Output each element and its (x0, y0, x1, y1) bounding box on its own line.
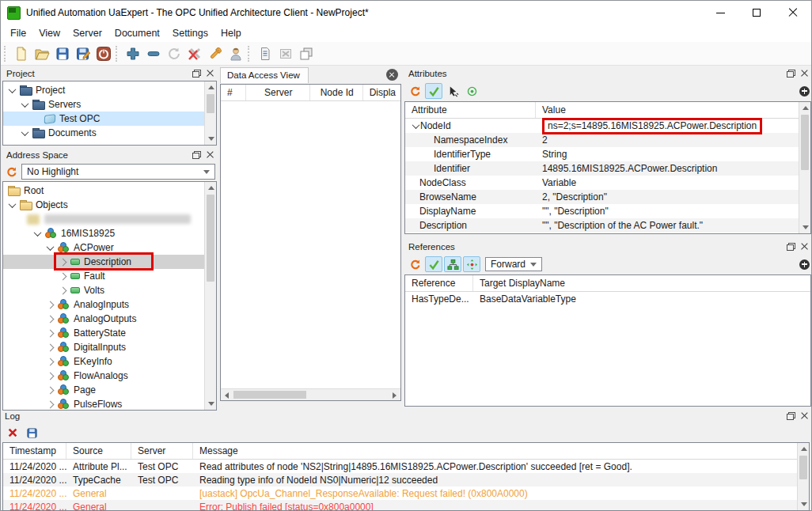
close-button[interactable] (775, 1, 811, 25)
tree-item-16mis18925[interactable]: 16MIS18925 (3, 226, 216, 240)
chevron-right-icon[interactable] (47, 329, 55, 337)
chevron-right-icon[interactable] (47, 358, 55, 365)
tree-item-description[interactable]: Description (3, 255, 216, 269)
float-panel-icon[interactable] (192, 70, 201, 78)
reference-row[interactable]: HasTypeDe... BaseDataVariableType (405, 292, 810, 306)
dav-horizontal-scrollbar[interactable] (221, 388, 400, 400)
project-tree-scrollbar[interactable] (204, 81, 216, 145)
close-panel-icon[interactable] (207, 151, 214, 158)
open-project-button[interactable] (32, 44, 52, 64)
close-tab-icon[interactable] (386, 69, 398, 81)
attr-row-nodeid[interactable]: NodeId ns=2;s=14895.16MIS18925.ACPower.D… (405, 119, 810, 133)
float-panel-icon[interactable] (787, 70, 795, 78)
change-user-button[interactable] (226, 44, 246, 64)
tree-item-ekeyinfo[interactable]: EKeyInfo (3, 354, 216, 369)
scroll-down-arrow[interactable] (799, 221, 811, 233)
chevron-down-icon[interactable] (47, 243, 55, 251)
chevron-right-icon[interactable] (47, 343, 55, 351)
chevron-right-icon[interactable] (47, 386, 55, 394)
float-panel-icon[interactable] (787, 243, 795, 251)
float-panel-icon[interactable] (787, 412, 795, 420)
col-timestamp[interactable]: Timestamp (3, 443, 66, 459)
close-panel-icon[interactable] (801, 412, 808, 419)
remove-all-button[interactable] (184, 44, 205, 64)
scroll-up-arrow[interactable] (798, 443, 810, 455)
scroll-up-arrow[interactable] (205, 182, 217, 194)
log-row-warning[interactable]: 11/24/2020 ... General [uastack] OpcUa_C… (3, 486, 809, 500)
scroll-down-arrow[interactable] (205, 133, 217, 145)
new-document-button[interactable] (11, 44, 32, 64)
attr-row-nodeclass[interactable]: NodeClass Variable (405, 176, 810, 190)
address-tree-scrollbar[interactable] (204, 182, 216, 410)
log-row[interactable]: 11/24/2020 ... TypeCache Test OPC Readin… (3, 473, 809, 486)
tree-item-fault[interactable]: Fault (3, 269, 216, 283)
tree-item-analogoutputs[interactable]: AnalogOutputs (3, 312, 216, 326)
close-panel-icon[interactable] (801, 70, 808, 77)
tree-item-flowanalogs[interactable]: FlowAnalogs (3, 369, 216, 383)
tree-item-objects[interactable]: Objects (3, 198, 216, 212)
col-source[interactable]: Source (66, 443, 131, 459)
scroll-up-arrow[interactable] (205, 81, 217, 93)
refresh-button[interactable] (406, 83, 423, 99)
chevron-right-icon[interactable] (59, 286, 67, 294)
col-attribute[interactable]: Attribute (405, 102, 536, 118)
refresh-button[interactable] (2, 164, 20, 180)
log-row[interactable]: 11/24/2020 ... Attribute Pl... Test OPC … (3, 460, 809, 473)
tree-item-test-opc[interactable]: Test OPC (3, 112, 216, 126)
chevron-down-icon[interactable] (9, 85, 17, 93)
clear-log-button[interactable] (4, 425, 21, 441)
scrollbar-thumb[interactable] (233, 391, 306, 399)
refresh-button[interactable] (406, 256, 423, 272)
attr-row-browsename[interactable]: BrowseName 2, "Description" (405, 190, 810, 204)
attr-row-identifiertype[interactable]: IdentifierType String (405, 147, 810, 161)
tree-item-digitalinputs[interactable]: DigitalInputs (3, 340, 216, 354)
scroll-down-arrow[interactable] (798, 498, 810, 510)
reconnect-button-disabled[interactable] (164, 44, 184, 64)
col-value[interactable]: Value (536, 102, 810, 118)
chevron-down-icon[interactable] (21, 128, 29, 136)
watch-value-button[interactable] (463, 83, 480, 99)
scrollbar-thumb[interactable] (799, 456, 807, 479)
direction-dropdown[interactable]: Forward (485, 257, 542, 271)
tree-item-batterystate[interactable]: BatteryState (3, 326, 216, 340)
chevron-right-icon[interactable] (47, 372, 55, 380)
close-panel-icon[interactable] (801, 243, 808, 250)
close-panel-icon[interactable] (207, 70, 214, 77)
col-target-displayname[interactable]: Target DisplayName (473, 275, 810, 291)
col-node-id[interactable]: Node Id (310, 85, 363, 100)
log-row-error[interactable]: 11/24/2020 ... General Error: Publish fa… (3, 500, 809, 511)
scroll-up-arrow[interactable] (799, 102, 811, 114)
cascade-windows-button[interactable] (296, 44, 317, 64)
chevron-down-icon[interactable] (412, 121, 420, 129)
col-reference[interactable]: Reference (405, 275, 473, 291)
col-display-name[interactable]: Displa (363, 85, 400, 100)
menu-document[interactable]: Document (108, 26, 166, 40)
hierarchical-references-button[interactable] (444, 256, 461, 272)
scrollbar-thumb[interactable] (801, 115, 809, 170)
add-server-button[interactable] (123, 44, 143, 64)
attr-row-displayname[interactable]: DisplayName "", "Description" (405, 204, 810, 218)
save-log-button[interactable] (23, 425, 40, 441)
chevron-down-icon[interactable] (9, 200, 17, 208)
save-project-button[interactable] (52, 44, 73, 64)
tree-item-acpower[interactable]: ACPower (3, 240, 216, 255)
menu-help[interactable]: Help (214, 26, 248, 40)
tree-item-redacted[interactable] (3, 212, 216, 226)
chevron-right-icon[interactable] (47, 315, 55, 323)
quit-button[interactable] (93, 44, 114, 64)
attr-row-namespaceindex[interactable]: NamespaceIndex 2 (405, 133, 810, 147)
chevron-right-icon[interactable] (59, 272, 67, 280)
col-server[interactable]: Server (131, 443, 193, 459)
scroll-left-arrow[interactable] (221, 389, 233, 401)
auto-update-button[interactable] (425, 83, 442, 99)
tree-item-root[interactable]: Root (3, 184, 216, 198)
menu-file[interactable]: File (4, 26, 32, 40)
scroll-right-arrow[interactable] (389, 389, 400, 401)
menu-view[interactable]: View (32, 26, 66, 40)
chevron-down-icon[interactable] (34, 229, 42, 237)
log-scrollbar[interactable] (797, 443, 809, 510)
save-project-as-button[interactable] (73, 44, 93, 64)
remove-document-button-disabled[interactable] (275, 44, 296, 64)
tree-item-project[interactable]: Project (3, 83, 216, 97)
tree-item-volts[interactable]: Volts (3, 283, 216, 297)
